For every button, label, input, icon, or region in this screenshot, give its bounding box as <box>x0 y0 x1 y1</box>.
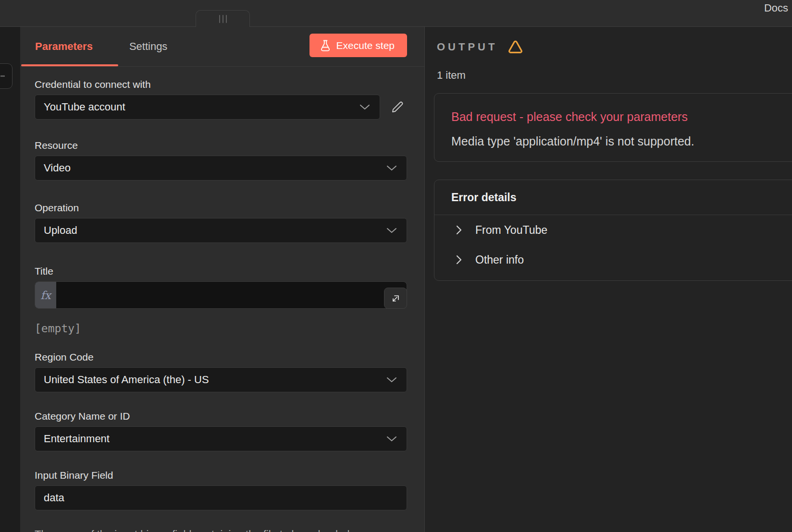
operation-label: Operation <box>35 202 407 214</box>
pencil-icon <box>391 101 404 113</box>
grip-icon <box>226 15 227 23</box>
credential-select[interactable]: YouTube account <box>35 95 380 120</box>
title-input[interactable] <box>56 282 407 308</box>
detail-row-label: From YouTube <box>475 224 547 237</box>
parameters-panel: Parameters Settings Execute step Credent… <box>20 27 424 532</box>
top-bar: Docs <box>0 0 792 27</box>
edit-credential-button[interactable] <box>388 98 407 116</box>
tab-parameters[interactable]: Parameters <box>35 40 93 53</box>
title-empty-state: [empty] <box>35 322 407 335</box>
execute-step-label: Execute step <box>336 40 395 51</box>
operation-value: Upload <box>44 224 77 237</box>
input-panel-button[interactable] <box>0 63 12 89</box>
panel-drag-handle[interactable] <box>196 10 250 27</box>
flask-icon <box>320 40 331 51</box>
open-expression-editor-button[interactable] <box>384 288 407 309</box>
region-code-value: United States of America (the) - US <box>44 374 209 386</box>
chevron-down-icon <box>386 435 397 442</box>
active-tab-underline <box>21 64 118 66</box>
title-label: Title <box>35 265 407 278</box>
category-label: Category Name or ID <box>35 410 407 423</box>
credential-label: Credential to connect with <box>35 78 407 91</box>
input-binary-field-input[interactable] <box>35 485 407 510</box>
input-binary-field-description: The name of the input binary field conta… <box>35 528 407 532</box>
chevron-down-icon <box>386 165 397 171</box>
title-expression-field: fx <box>35 281 407 309</box>
error-detail-row-from-youtube[interactable]: From YouTube <box>434 215 792 245</box>
canvas-strip <box>0 27 20 532</box>
chevron-down-icon <box>359 104 370 110</box>
error-title: Bad request - please check your paramete… <box>451 110 688 124</box>
error-details-title: Error details <box>434 180 792 215</box>
credential-value: YouTube account <box>44 101 125 113</box>
category-value: Entertainment <box>44 433 110 445</box>
resource-label: Resource <box>35 139 407 152</box>
output-items-count: 1 item <box>437 69 466 82</box>
grip-icon <box>219 15 220 23</box>
chevron-down-icon <box>386 376 397 383</box>
chevron-down-icon <box>386 227 397 234</box>
detail-row-label: Other info <box>475 254 524 266</box>
error-detail-row-other-info[interactable]: Other info <box>434 245 792 275</box>
category-select[interactable]: Entertainment <box>35 426 407 451</box>
resource-select[interactable]: Video <box>35 156 407 181</box>
resource-value: Video <box>44 162 71 174</box>
region-code-label: Region Code <box>35 351 407 363</box>
error-message: Media type 'application/mp4' is not supp… <box>451 134 694 148</box>
error-details-card: Error details From YouTube Other info <box>434 180 792 281</box>
chevron-right-icon <box>456 255 462 265</box>
chevron-right-icon <box>456 225 462 235</box>
error-card: Bad request - please check your paramete… <box>434 93 792 162</box>
warning-triangle-icon <box>508 40 523 54</box>
tab-settings[interactable]: Settings <box>129 40 168 53</box>
minus-icon <box>0 75 5 77</box>
expand-icon <box>391 294 400 303</box>
input-binary-field-label: Input Binary Field <box>35 469 407 482</box>
output-panel: OUTPUT 1 item Bad request - please check… <box>425 27 792 532</box>
docs-link[interactable]: Docs <box>764 2 788 14</box>
node-details-view: Docs Parameters Settings <box>0 0 792 532</box>
parameters-form: Credential to connect with YouTube accou… <box>20 78 424 532</box>
region-code-select[interactable]: United States of America (the) - US <box>35 367 407 392</box>
output-title: OUTPUT <box>437 41 497 53</box>
grip-icon <box>223 15 223 23</box>
fx-expression-icon: fx <box>35 282 56 308</box>
operation-select[interactable]: Upload <box>35 218 407 243</box>
panel-header: Parameters Settings Execute step <box>20 27 424 67</box>
execute-step-button[interactable]: Execute step <box>309 34 407 57</box>
